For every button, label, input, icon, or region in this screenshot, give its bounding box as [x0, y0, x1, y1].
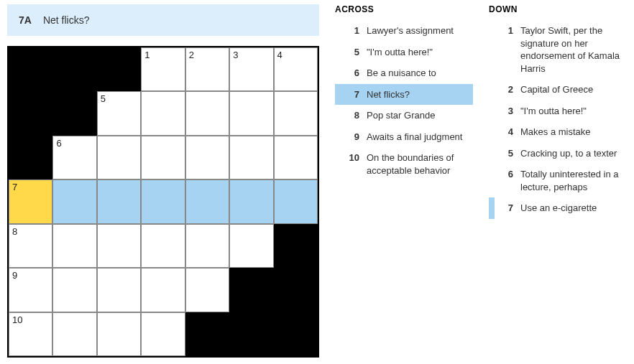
clue-text: "I'm outta here!" [367, 46, 469, 59]
cell-black [9, 91, 52, 135]
cell-black [274, 268, 318, 312]
cell[interactable] [52, 312, 96, 356]
cell[interactable]: 1 [141, 47, 185, 91]
cell[interactable] [274, 136, 318, 179]
cell[interactable] [141, 268, 185, 312]
clue-text: "I'm outta here!" [520, 105, 622, 118]
cell[interactable] [229, 179, 273, 223]
cell-number: 10 [12, 314, 22, 325]
cell-black [97, 47, 141, 91]
cell[interactable] [52, 224, 96, 268]
cell[interactable] [141, 312, 185, 356]
cell-black [274, 312, 318, 356]
clue-text: Lawyer's assignment [367, 24, 469, 37]
cell[interactable] [229, 224, 273, 268]
down-clue-5[interactable]: 5Cracking up, to a texter [489, 143, 627, 164]
down-clue-1[interactable]: 1Taylor Swift, per the signature on her … [489, 20, 627, 79]
cell[interactable] [97, 312, 141, 356]
across-clue-list[interactable]: 1Lawyer's assignment5"I'm outta here!"6B… [335, 20, 473, 181]
cell[interactable] [229, 136, 273, 179]
clue-text: Taylor Swift, per the signature on her e… [520, 24, 622, 75]
cell[interactable] [97, 179, 141, 223]
cell[interactable] [274, 179, 318, 223]
down-header: DOWN [489, 4, 627, 14]
cell[interactable] [97, 136, 141, 179]
down-clue-4[interactable]: 4Makes a mistake [489, 121, 627, 143]
cell[interactable]: 2 [185, 47, 229, 91]
cell-number: 2 [189, 50, 194, 60]
clue-number: 6 [497, 168, 513, 193]
down-clue-6[interactable]: 6Totally uninterested in a lecture, perh… [489, 164, 627, 197]
cell[interactable] [274, 91, 318, 135]
clue-text: Be a nuisance to [367, 67, 469, 80]
clue-number: 6 [344, 67, 359, 80]
cell[interactable]: 5 [97, 91, 141, 135]
cell[interactable]: 7 [9, 179, 52, 223]
cell-number: 6 [56, 138, 61, 149]
cell-black [185, 312, 229, 356]
cell-number: 3 [233, 50, 238, 60]
across-clue-9[interactable]: 9Awaits a final judgment [335, 126, 473, 148]
cell-number: 9 [12, 270, 17, 281]
clue-number: 2 [497, 83, 513, 96]
across-clue-8[interactable]: 8Pop star Grande [335, 105, 473, 126]
cell-number: 1 [144, 50, 150, 60]
cell-number: 4 [277, 50, 282, 60]
cell-number: 5 [101, 93, 106, 104]
cell[interactable]: 3 [229, 47, 273, 91]
cell[interactable] [185, 136, 229, 179]
clue-number: 1 [497, 24, 513, 75]
crossword-grid[interactable]: 12345678910 [7, 46, 319, 358]
cell[interactable] [229, 91, 273, 135]
clue-number: 5 [344, 46, 359, 59]
current-clue-label: 7A [19, 14, 32, 26]
cell[interactable] [185, 179, 229, 223]
cell[interactable] [97, 268, 141, 312]
cell[interactable] [52, 268, 96, 312]
clue-number: 4 [497, 126, 513, 139]
down-clue-3[interactable]: 3"I'm outta here!" [489, 101, 627, 122]
across-clue-7[interactable]: 7Net flicks? [335, 84, 473, 106]
cell[interactable] [185, 268, 229, 312]
cell[interactable]: 9 [9, 268, 52, 312]
clue-text: Totally uninterested in a lecture, perha… [520, 168, 622, 193]
across-clue-10[interactable]: 10On the boundaries of acceptable behavi… [335, 147, 473, 181]
current-clue-bar[interactable]: 7A Net flicks? [7, 4, 319, 36]
cell[interactable] [141, 91, 185, 135]
clue-text: Capital of Greece [520, 83, 622, 96]
cell[interactable]: 6 [52, 136, 96, 179]
left-panel: 7A Net flicks? 12345678910 [7, 4, 319, 358]
cell[interactable]: 8 [9, 224, 52, 268]
cell[interactable] [185, 91, 229, 135]
cell[interactable] [141, 179, 185, 223]
clue-number: 9 [344, 131, 359, 144]
cell-black [229, 268, 273, 312]
cell-black [229, 312, 273, 356]
cell[interactable]: 10 [9, 312, 52, 356]
cell-number: 7 [12, 182, 17, 192]
cell[interactable]: 4 [274, 47, 318, 91]
clue-text: On the boundaries of acceptable behavior [367, 151, 469, 177]
down-clue-2[interactable]: 2Capital of Greece [489, 79, 627, 101]
across-clue-6[interactable]: 6Be a nuisance to [335, 62, 473, 84]
cell-black [274, 224, 318, 268]
clue-number: 10 [344, 151, 359, 177]
down-clue-list[interactable]: 1Taylor Swift, per the signature on her … [489, 20, 627, 219]
cell-number: 8 [12, 226, 17, 237]
cell-black [52, 47, 96, 91]
clue-text: Net flicks? [367, 88, 469, 101]
crossword-layout: 7A Net flicks? 12345678910 ACROSS 1Lawye… [7, 4, 627, 358]
cell[interactable] [97, 224, 141, 268]
cell[interactable] [52, 179, 96, 223]
clue-number: 5 [497, 147, 513, 160]
cell[interactable] [141, 224, 185, 268]
clue-text: Cracking up, to a texter [520, 147, 622, 160]
clue-text: Awaits a final judgment [367, 131, 469, 144]
across-header: ACROSS [335, 4, 473, 14]
across-clue-1[interactable]: 1Lawyer's assignment [335, 20, 473, 42]
across-clue-5[interactable]: 5"I'm outta here!" [335, 42, 473, 63]
down-clue-7[interactable]: 7Use an e-cigarette [489, 197, 627, 219]
cell[interactable] [141, 136, 185, 179]
clue-number: 3 [497, 105, 513, 118]
cell[interactable] [185, 224, 229, 268]
